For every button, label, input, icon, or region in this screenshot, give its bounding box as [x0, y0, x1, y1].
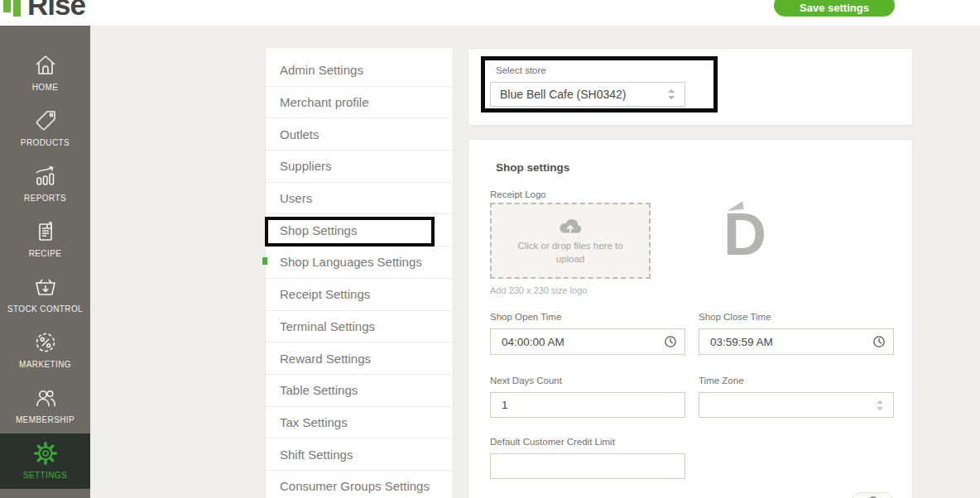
logo-letter: D: [723, 201, 766, 267]
sidebar-item-settings[interactable]: SETTINGS: [0, 433, 90, 489]
menu-item-users[interactable]: Users: [266, 183, 453, 215]
menu-item-consumer-groups-settings[interactable]: Consumer Groups Settings: [266, 471, 453, 498]
sidebar-item-home[interactable]: HOME: [0, 45, 90, 101]
sidebar-item-label: HOME: [32, 83, 59, 92]
store-select-value: Blue Bell Cafe (SH0342): [500, 88, 627, 101]
current-receipt-logo-image: D: [723, 204, 766, 264]
shop-open-time-input[interactable]: [490, 328, 685, 355]
menu-item-terminal-settings[interactable]: Terminal Settings: [266, 311, 453, 343]
upload-instruction-text: Click or drop files here to upload: [508, 240, 632, 266]
document-icon: [32, 218, 59, 245]
discount-badge-icon: [32, 329, 59, 356]
sidebar-item-label: RECIPE: [29, 249, 62, 258]
menu-item-shop-languages-settings[interactable]: Shop Languages Settings: [266, 247, 453, 279]
menu-item-reward-settings[interactable]: Reward Settings: [266, 342, 453, 375]
settings-menu-list: Admin Settings Merchant profile Outlets …: [265, 47, 454, 498]
sidebar-item-label: REPORTS: [24, 194, 66, 203]
menu-item-outlets[interactable]: Outlets: [266, 118, 453, 151]
people-icon: [32, 385, 59, 411]
shop-close-time-input[interactable]: [699, 328, 894, 355]
top-header: Rise Save settings: [0, 0, 980, 26]
sidebar-item-label: MEMBERSHIP: [16, 415, 74, 424]
tag-icon: [32, 108, 59, 134]
receipt-logo-upload-dropzone[interactable]: Click or drop files here to upload: [490, 203, 651, 279]
menu-item-tax-settings[interactable]: Tax Settings: [266, 407, 453, 439]
default-customer-credit-limit-label: Default Customer Credit Limit: [490, 437, 615, 447]
brand-name: Rise: [27, 0, 85, 22]
bar-chart-icon: [32, 163, 59, 189]
home-icon: [32, 52, 59, 79]
menu-item-shift-settings[interactable]: Shift Settings: [266, 438, 453, 471]
chevron-updown-icon: [874, 399, 886, 412]
shop-settings-title: Shop settings: [496, 161, 569, 174]
next-days-count-label: Next Days Count: [490, 376, 562, 385]
sidebar-nav: HOME PRODUCTS REPORTS RECIPE: [0, 26, 90, 498]
sidebar-item-products[interactable]: PRODUCTS: [0, 101, 90, 156]
sidebar-item-membership[interactable]: MEMBERSHIP: [0, 378, 90, 433]
sidebar-item-label: PRODUCTS: [21, 138, 70, 147]
menu-item-suppliers[interactable]: Suppliers: [266, 151, 453, 183]
store-selector-card: Select store Blue Bell Cafe (SH0342): [468, 48, 913, 126]
shop-close-time-label: Shop Close Time: [699, 312, 771, 322]
logo-size-hint: Add 230 x 230 size logo: [490, 285, 587, 295]
menu-item-admin-settings[interactable]: Admin Settings: [266, 55, 453, 87]
logo-page-flip-icon: [727, 201, 744, 211]
active-menu-indicator: [262, 257, 267, 265]
cloud-upload-icon: [556, 216, 584, 237]
menu-item-shop-settings[interactable]: Shop Settings: [266, 214, 453, 247]
page: Rise Save settings HOME PRODUCTS REPORTS: [0, 0, 980, 498]
gear-icon: [32, 440, 59, 467]
shop-open-time-label: Shop Open Time: [490, 312, 561, 322]
sidebar-item-label: MARKETING: [19, 360, 71, 369]
shop-settings-card: Shop settings Receipt Logo Click or drop…: [468, 139, 913, 498]
receipt-logo-label: Receipt Logo: [490, 189, 546, 199]
brand-bar-icon: [13, 0, 21, 17]
sidebar-item-reports[interactable]: REPORTS: [0, 156, 90, 212]
menu-item-merchant-profile[interactable]: Merchant profile: [266, 87, 453, 119]
toggle-switch[interactable]: [852, 492, 893, 498]
brand-bar-icon: [3, 0, 11, 12]
default-customer-credit-limit-input[interactable]: [490, 453, 685, 479]
sidebar-item-label: STOCK CONTROL: [7, 304, 83, 314]
menu-item-table-settings[interactable]: Table Settings: [266, 375, 453, 407]
next-days-count-input[interactable]: [490, 392, 685, 418]
store-select[interactable]: Blue Bell Cafe (SH0342): [490, 82, 685, 107]
sidebar-item-label: SETTINGS: [23, 471, 67, 480]
time-zone-select[interactable]: [699, 392, 894, 418]
menu-item-receipt-settings[interactable]: Receipt Settings: [266, 279, 453, 311]
sidebar-item-stock-control[interactable]: STOCK CONTROL: [0, 267, 90, 323]
basket-icon: [32, 274, 59, 300]
select-store-label: Select store: [496, 65, 546, 75]
chevron-updown-icon: [665, 88, 677, 101]
sidebar-item-recipe[interactable]: RECIPE: [0, 212, 90, 267]
save-settings-button[interactable]: Save settings: [774, 0, 895, 17]
time-zone-label: Time Zone: [699, 376, 744, 385]
sidebar-item-marketing[interactable]: MARKETING: [0, 323, 90, 378]
